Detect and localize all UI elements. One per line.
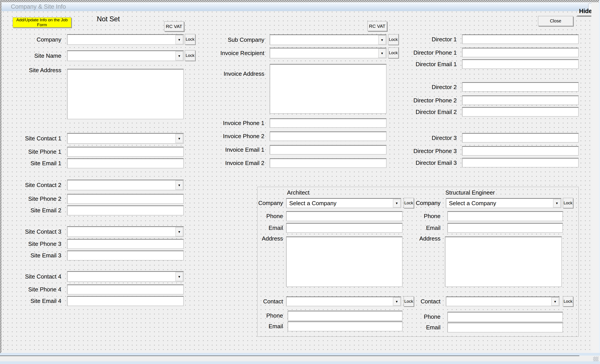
invoice-phone-2-input[interactable]: [270, 131, 386, 141]
director-3-input[interactable]: [462, 133, 579, 143]
invoice-recipient-combobox[interactable]: ▼: [270, 48, 386, 58]
invoice-address-textarea[interactable]: [270, 64, 386, 114]
company-label: Company: [4, 36, 61, 43]
structural-company-lock-button[interactable]: Lock: [563, 198, 573, 208]
site-contact-4-combobox[interactable]: ▼: [67, 271, 184, 282]
invoice-email-2-label: Invoice Email 2: [209, 159, 264, 167]
structural-company-label: Company: [384, 199, 441, 206]
structural-contact-combobox[interactable]: ▼: [446, 297, 560, 306]
structural-contact-lock-button[interactable]: Lock: [563, 296, 573, 307]
structural-contact-email-input[interactable]: [447, 322, 563, 332]
rc-vat-button-invoice[interactable]: RC VAT: [367, 21, 387, 31]
dropdown-arrow-icon[interactable]: ▼: [378, 35, 386, 44]
director-2-input[interactable]: [462, 82, 579, 92]
site-name-lock-button[interactable]: Lock: [185, 50, 195, 61]
invoice-phone-2-label: Invoice Phone 2: [209, 133, 264, 140]
sub-company-combobox[interactable]: ▼: [270, 34, 386, 45]
structural-email-label: Email: [384, 224, 441, 231]
dropdown-arrow-icon[interactable]: ▼: [553, 199, 561, 207]
vertical-scrollbar[interactable]: [591, 2, 599, 355]
director-phone-3-input[interactable]: [462, 146, 579, 156]
architect-contact-email-label: Email: [226, 323, 283, 330]
horizontal-scrollbar[interactable]: [0, 356, 600, 361]
window-frame-strip-bottom: [0, 361, 600, 364]
dropdown-arrow-icon[interactable]: ▼: [176, 227, 183, 236]
director-1-input[interactable]: [462, 34, 579, 44]
site-phone-1-label: Site Phone 1: [4, 148, 61, 155]
rc-vat-button-site[interactable]: RC VAT: [164, 21, 184, 31]
site-email-3-label: Site Email 3: [4, 252, 61, 259]
structural-address-textarea[interactable]: [445, 236, 562, 287]
structural-company-combobox[interactable]: Select a Company ▼: [446, 198, 561, 208]
dropdown-arrow-icon[interactable]: ▼: [176, 272, 183, 281]
site-contact-2-combobox[interactable]: ▼: [67, 180, 184, 190]
dropdown-arrow-icon[interactable]: ▼: [176, 51, 183, 60]
site-email-1-input[interactable]: [67, 158, 184, 168]
site-contact-1-label: Site Contact 1: [4, 135, 61, 142]
dropdown-arrow-icon[interactable]: ▼: [176, 181, 183, 190]
sub-company-lock-button[interactable]: Lock: [388, 34, 399, 45]
window-title: Company & Site Info: [11, 3, 66, 10]
dropdown-arrow-icon[interactable]: ▼: [551, 297, 559, 306]
site-email-2-input[interactable]: [67, 205, 184, 215]
site-phone-2-input[interactable]: [67, 194, 184, 204]
structural-contact-email-label: Email: [384, 324, 441, 331]
architect-address-label: Address: [226, 235, 283, 242]
structural-phone-label: Phone: [384, 213, 441, 220]
invoice-recipient-lock-button[interactable]: Lock: [388, 47, 399, 58]
site-phone-4-input[interactable]: [67, 284, 184, 294]
site-phone-1-input[interactable]: [67, 147, 184, 157]
director-2-label: Director 2: [400, 84, 457, 91]
site-email-3-input[interactable]: [67, 251, 184, 261]
architect-company-combobox[interactable]: Select a Company ▼: [286, 198, 401, 208]
company-lock-button[interactable]: Lock: [185, 34, 195, 45]
window-border-top: [0, 0, 600, 2]
dropdown-arrow-icon[interactable]: ▼: [176, 134, 183, 143]
site-phone-3-input[interactable]: [67, 239, 184, 249]
director-phone-1-input[interactable]: [462, 48, 579, 57]
invoice-phone-1-label: Invoice Phone 1: [209, 120, 264, 127]
architect-phone-label: Phone: [226, 213, 283, 220]
structural-contact-phone-input[interactable]: [447, 312, 563, 322]
dropdown-arrow-icon[interactable]: ▼: [176, 35, 183, 44]
invoice-email-1-input[interactable]: [270, 145, 386, 155]
director-3-label: Director 3: [400, 134, 457, 141]
site-name-combobox[interactable]: ▼: [67, 50, 184, 61]
director-phone-3-label: Director Phone 3: [400, 148, 457, 155]
director-phone-1-label: Director Phone 1: [400, 49, 457, 56]
resize-grip-icon[interactable]: [593, 357, 599, 362]
structural-engineer-heading: Structural Engineer: [445, 189, 495, 196]
dropdown-arrow-icon[interactable]: ▼: [378, 49, 386, 58]
site-address-textarea[interactable]: [67, 69, 184, 119]
window-border-right: [599, 0, 600, 364]
architect-contact-combobox[interactable]: ▼: [286, 297, 401, 306]
invoice-phone-1-input[interactable]: [270, 118, 386, 128]
status-label: Not Set: [97, 15, 120, 23]
director-phone-2-input[interactable]: [462, 95, 579, 105]
window-frame-strip: [0, 353, 600, 355]
site-email-4-input[interactable]: [67, 296, 184, 306]
site-phone-2-label: Site Phone 2: [4, 195, 61, 202]
architect-address-textarea[interactable]: [286, 236, 403, 287]
director-email-3-input[interactable]: [462, 158, 579, 168]
close-button[interactable]: Close: [538, 16, 573, 26]
structural-phone-input[interactable]: [447, 211, 563, 221]
architect-contact-phone-label: Phone: [226, 312, 283, 319]
site-contact-3-combobox[interactable]: ▼: [67, 226, 184, 237]
invoice-address-label: Invoice Address: [209, 70, 264, 77]
site-email-1-label: Site Email 1: [4, 160, 61, 167]
site-contact-2-label: Site Contact 2: [4, 181, 61, 188]
structural-email-input[interactable]: [447, 223, 563, 233]
architect-email-label: Email: [226, 224, 283, 231]
add-update-job-form-button[interactable]: Add/Update Info on the Job Form: [13, 17, 71, 28]
site-name-label: Site Name: [4, 52, 61, 59]
site-phone-4-label: Site Phone 4: [4, 286, 61, 293]
company-combobox[interactable]: ▼: [67, 34, 184, 45]
director-email-1-input[interactable]: [462, 59, 579, 69]
invoice-email-2-input[interactable]: [270, 158, 386, 168]
director-email-2-input[interactable]: [462, 107, 579, 117]
director-email-3-label: Director Email 3: [400, 159, 457, 166]
site-contact-1-combobox[interactable]: ▼: [67, 133, 184, 144]
invoice-recipient-label: Invoice Recipient: [209, 49, 264, 57]
architect-contact-label: Contact: [226, 298, 283, 305]
